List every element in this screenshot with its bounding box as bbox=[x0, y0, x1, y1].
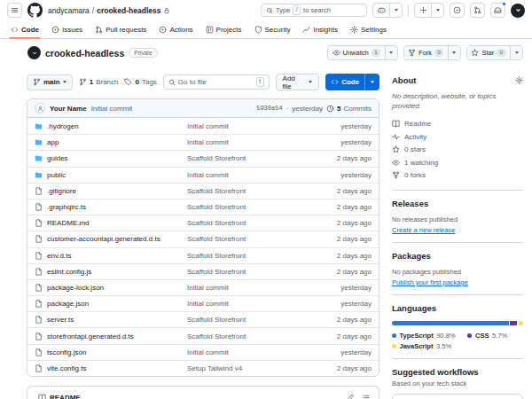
fork-button[interactable]: Fork 0 bbox=[404, 46, 448, 59]
table-row[interactable]: appInitial commityesterday bbox=[27, 134, 379, 150]
commit-message-link[interactable]: Initial commit bbox=[187, 284, 320, 292]
tab-actions[interactable]: Actions bbox=[153, 20, 198, 38]
table-row[interactable]: tsconfig.jsonInitial commityesterday bbox=[27, 344, 379, 360]
file-name-link[interactable]: storefrontapi.generated.d.ts bbox=[35, 332, 187, 340]
language-item[interactable]: TypeScript90.8% bbox=[392, 332, 455, 340]
readme-tab[interactable]: README bbox=[36, 387, 82, 399]
star-dropdown[interactable] bbox=[510, 46, 522, 59]
table-row[interactable]: README.mdScaffold Storefront2 days ago bbox=[27, 215, 379, 231]
table-row[interactable]: storefrontapi.generated.d.tsScaffold Sto… bbox=[27, 327, 379, 343]
table-row[interactable]: .gitignoreScaffold Storefront2 days ago bbox=[27, 183, 379, 199]
file-name-link[interactable]: package-lock.json bbox=[35, 284, 187, 292]
table-row[interactable]: vite.config.tsSetup Tailwind v42 days ag… bbox=[27, 360, 379, 376]
inbox-button[interactable] bbox=[490, 3, 505, 18]
file-name-link[interactable]: .gitignore bbox=[35, 187, 187, 195]
table-row[interactable]: package.jsonInitial commityesterday bbox=[27, 295, 379, 311]
table-row[interactable]: server.tsScaffold Storefront2 days ago bbox=[27, 311, 379, 327]
outline-list-icon[interactable] bbox=[362, 394, 370, 399]
file-name-link[interactable]: package.json bbox=[35, 300, 187, 308]
tab-security[interactable]: Security bbox=[249, 20, 296, 38]
repo-owner-avatar[interactable] bbox=[27, 46, 41, 59]
fork-dropdown[interactable] bbox=[448, 46, 460, 59]
table-row[interactable]: publicInitial commityesterday bbox=[27, 167, 379, 183]
unwatch-button[interactable]: Unwatch 1 bbox=[328, 46, 385, 59]
star-button[interactable]: Star 0 bbox=[467, 46, 510, 59]
table-row[interactable]: customer-accountapi.generated.d.tsScaffo… bbox=[27, 231, 379, 246]
about-stat-eye[interactable]: 1 watching bbox=[392, 156, 523, 169]
tab-pull-requests[interactable]: Pull requests bbox=[90, 20, 152, 38]
tags-link[interactable]: 0 Tags bbox=[124, 78, 156, 86]
code-dropdown[interactable] bbox=[364, 74, 379, 90]
issues-button[interactable] bbox=[450, 3, 465, 18]
branches-link[interactable]: 1 Branch bbox=[79, 78, 119, 86]
pencil-icon[interactable] bbox=[347, 394, 355, 399]
branch-selector[interactable]: main bbox=[27, 74, 73, 90]
table-row[interactable]: .graphqlrc.tsScaffold Storefront2 days a… bbox=[27, 199, 379, 215]
commit-message-link[interactable]: Initial commit bbox=[187, 300, 320, 308]
file-name-link[interactable]: eslint.config.js bbox=[35, 268, 187, 276]
tab-issues[interactable]: Issues bbox=[46, 20, 88, 38]
watch-dropdown[interactable] bbox=[385, 46, 397, 59]
table-row[interactable]: package-lock.jsonInitial commityesterday bbox=[27, 279, 379, 295]
commit-message[interactable]: Initial commit bbox=[91, 105, 133, 113]
commit-message-link[interactable]: Scaffold Storefront bbox=[187, 203, 320, 211]
file-name-link[interactable]: README.md bbox=[35, 219, 187, 227]
commit-message-link[interactable]: Scaffold Storefront bbox=[187, 252, 320, 260]
publish-package-link[interactable]: Publish your first package bbox=[392, 278, 468, 286]
code-button[interactable]: Code bbox=[325, 74, 379, 90]
commit-message-link[interactable]: Initial commit bbox=[187, 122, 320, 130]
folder-name-link[interactable]: .hydrogen bbox=[35, 122, 187, 130]
commit-message-link[interactable]: Scaffold Storefront bbox=[187, 235, 320, 243]
tab-code[interactable]: Code bbox=[5, 20, 44, 38]
breadcrumb-owner[interactable]: andycamara bbox=[48, 6, 90, 15]
tab-insights[interactable]: Insights bbox=[297, 20, 343, 38]
hamburger-menu-button[interactable] bbox=[7, 3, 22, 18]
folder-name-link[interactable]: guides bbox=[35, 154, 187, 162]
commit-sha[interactable]: 5930a54 bbox=[256, 105, 282, 112]
file-name-link[interactable]: env.d.ts bbox=[35, 252, 187, 260]
commit-message-link[interactable]: Initial commit bbox=[187, 138, 320, 146]
gear-icon[interactable] bbox=[515, 76, 523, 84]
commit-message-link[interactable]: Scaffold Storefront bbox=[187, 219, 320, 227]
copilot-dropdown[interactable] bbox=[389, 4, 402, 17]
file-name-link[interactable]: .graphqlrc.ts bbox=[35, 203, 187, 211]
commit-message-link[interactable]: Initial commit bbox=[187, 171, 320, 179]
global-search-input[interactable]: Type / to search bbox=[261, 4, 367, 17]
file-name-link[interactable]: vite.config.ts bbox=[35, 364, 187, 372]
table-row[interactable]: .hydrogenInitial commityesterday bbox=[27, 118, 379, 134]
create-new-dropdown[interactable] bbox=[431, 4, 443, 17]
folder-name-link[interactable]: public bbox=[35, 171, 187, 179]
file-name-link[interactable]: server.ts bbox=[35, 316, 187, 324]
github-logo-icon[interactable] bbox=[27, 3, 43, 18]
commit-message-link[interactable]: Setup Tailwind v4 bbox=[187, 364, 320, 372]
commit-message-link[interactable]: Scaffold Storefront bbox=[187, 332, 320, 340]
commit-message-link[interactable]: Scaffold Storefront bbox=[187, 268, 320, 276]
about-stat-star[interactable]: 0 stars bbox=[392, 143, 523, 156]
pull-requests-button[interactable] bbox=[470, 3, 485, 18]
language-item[interactable]: JavaScript3.5% bbox=[392, 342, 451, 350]
copilot-button[interactable] bbox=[373, 4, 389, 17]
commit-message-link[interactable]: Scaffold Storefront bbox=[187, 187, 320, 195]
breadcrumb-repo[interactable]: crooked-headless bbox=[97, 6, 160, 15]
commit-message-link[interactable]: Scaffold Storefront bbox=[187, 154, 320, 162]
create-new-button[interactable] bbox=[415, 4, 431, 17]
folder-name-link[interactable]: app bbox=[35, 138, 187, 146]
about-stat-pulse[interactable]: Activity bbox=[392, 130, 523, 144]
about-stat-book[interactable]: Readme bbox=[392, 117, 523, 130]
tab-projects[interactable]: Projects bbox=[200, 20, 247, 38]
commit-message-link[interactable]: Scaffold Storefront bbox=[187, 316, 320, 324]
language-item[interactable]: CSS5.7% bbox=[467, 332, 507, 340]
tab-settings[interactable]: Settings bbox=[345, 20, 392, 38]
commit-author-avatar[interactable] bbox=[35, 103, 45, 113]
table-row[interactable]: env.d.tsScaffold Storefront2 days ago bbox=[27, 247, 379, 263]
table-row[interactable]: eslint.config.jsScaffold Storefront2 day… bbox=[27, 263, 379, 279]
add-file-button[interactable]: Add file bbox=[276, 74, 320, 90]
user-avatar[interactable] bbox=[511, 4, 525, 18]
commits-history-link[interactable]: 5 Commits bbox=[326, 105, 372, 113]
go-to-file-input[interactable]: Go to file t bbox=[163, 74, 270, 90]
file-name-link[interactable]: tsconfig.json bbox=[35, 348, 187, 356]
commit-message-link[interactable]: Initial commit bbox=[187, 348, 320, 356]
repo-title[interactable]: crooked-headless bbox=[45, 48, 124, 59]
commit-author[interactable]: Your Name bbox=[50, 105, 87, 113]
create-release-link[interactable]: Create a new release bbox=[392, 226, 455, 234]
